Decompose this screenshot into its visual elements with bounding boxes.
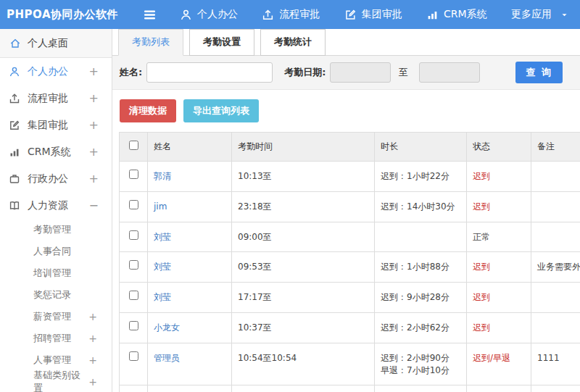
tab-attendance-settings[interactable]: 考勤设置: [189, 29, 254, 56]
nav-personal-office[interactable]: 个人办公: [180, 8, 238, 21]
upload-icon: [262, 9, 274, 21]
attendance-table-wrap: 姓名 考勤时间 时长 状态 备注 郭清 10:13至 迟到：1小时22分 迟到 …: [112, 130, 580, 392]
cell-status: 迟到/早退: [467, 343, 531, 385]
table-row: jim 23:18至 迟到：14小时30分 迟到: [120, 191, 580, 222]
cell-duration: 迟到：9小时28分: [375, 283, 467, 313]
select-all-checkbox[interactable]: [129, 141, 138, 150]
nav-label: 集团审批: [362, 8, 402, 21]
sidebar-subitem-label: 培训管理: [33, 267, 71, 280]
sidebar-item-workflow-approval[interactable]: 流程审批 +: [0, 85, 112, 112]
sidebar-item-label: 流程审批: [28, 92, 68, 105]
home-icon: [9, 38, 21, 49]
sidebar-item-desktop[interactable]: 个人桌面: [0, 29, 112, 58]
cell-duration: 迟到：2小时90分 早退：7小时10分: [375, 343, 467, 385]
employee-name-link[interactable]: 管理员: [154, 353, 180, 363]
book-icon: [9, 200, 20, 212]
sidebar-item-label: 个人桌面: [28, 37, 68, 50]
cell-duration: 迟到：1小时88分: [375, 252, 467, 283]
action-buttons: 清理数据 导出查询列表: [112, 90, 580, 130]
expand-icon[interactable]: +: [89, 146, 103, 158]
caret-down-icon: [560, 11, 568, 19]
employee-name-link[interactable]: 小龙女: [154, 322, 180, 333]
export-list-button[interactable]: 导出查询列表: [183, 99, 259, 122]
edit-icon: [9, 120, 20, 131]
sidebar-subitem-recruitment[interactable]: 招聘管理 +: [0, 328, 112, 349]
expand-icon[interactable]: +: [88, 312, 112, 322]
sidebar-item-personal-office[interactable]: 个人办公 +: [0, 58, 112, 85]
tab-attendance-stats[interactable]: 考勤统计: [260, 29, 326, 56]
nav-more-apps[interactable]: 更多应用: [511, 8, 568, 21]
tab-attendance-list[interactable]: 考勤列表: [118, 29, 183, 56]
nav-workflow-approval[interactable]: 流程审批: [262, 8, 320, 21]
expand-icon[interactable]: +: [89, 93, 103, 104]
sidebar-item-label: 行政办公: [28, 172, 68, 185]
attendance-table: 姓名 考勤时间 时长 状态 备注 郭清 10:13至 迟到：1小时22分 迟到 …: [119, 132, 580, 392]
cell-attendance-time: 09:53至: [232, 252, 375, 283]
name-filter-input[interactable]: [146, 62, 273, 83]
row-checkbox[interactable]: [129, 351, 138, 361]
main-content: 考勤列表 考勤设置 考勤统计 姓名: 考勤日期: 至 查 询 清理数据 导出查询…: [112, 29, 580, 392]
employee-name-link[interactable]: jim: [154, 201, 167, 212]
tab-bar: 考勤列表 考勤设置 考勤统计: [112, 29, 580, 56]
expand-icon[interactable]: +: [89, 173, 103, 185]
sidebar-subitem-rewards[interactable]: 奖惩记录: [0, 284, 112, 306]
sidebar-subitem-salary[interactable]: 薪资管理 +: [0, 306, 112, 328]
app-logo: PHPOA协同办公软件: [0, 8, 142, 22]
date-to-input[interactable]: [419, 62, 480, 83]
collapse-icon[interactable]: −: [89, 200, 103, 212]
sidebar-subitem-label: 招聘管理: [33, 332, 71, 345]
expand-icon[interactable]: +: [88, 355, 112, 365]
date-to-separator: 至: [398, 66, 407, 79]
cell-duration: 迟到：14小时30分: [375, 191, 467, 222]
expand-icon[interactable]: +: [89, 66, 103, 78]
nav-group-approval[interactable]: 集团审批: [344, 8, 402, 21]
sidebar-subitem-base-category[interactable]: 基础类别设置 +: [0, 371, 112, 392]
header-status: 状态: [467, 133, 531, 162]
row-checkbox[interactable]: [129, 170, 138, 179]
row-checkbox[interactable]: [129, 260, 138, 270]
sidebar-item-crm[interactable]: CRM系统 +: [0, 138, 112, 165]
row-checkbox[interactable]: [129, 291, 138, 300]
sidebar-subitem-attendance[interactable]: 考勤管理: [0, 219, 112, 241]
employee-name-link[interactable]: 郭清: [154, 171, 171, 181]
employee-name-link[interactable]: 刘莹: [154, 292, 171, 302]
header-duration: 时长: [375, 133, 467, 162]
sidebar-item-admin-office[interactable]: 行政办公 +: [0, 165, 112, 192]
query-button[interactable]: 查 询: [515, 62, 563, 83]
employee-name-link[interactable]: 刘莹: [154, 232, 171, 242]
sidebar-subitem-hr-contract[interactable]: 人事合同: [0, 241, 112, 262]
cell-status: 迟到: [467, 312, 531, 343]
cell-remark: [531, 222, 580, 252]
cell-attendance-time: 23:18至: [232, 191, 375, 222]
row-checkbox[interactable]: [129, 230, 138, 240]
clear-data-button[interactable]: 清理数据: [120, 99, 176, 122]
chart-icon: [9, 146, 20, 158]
cell-attendance-time: 17:17至: [232, 283, 375, 313]
sidebar-subitem-personnel[interactable]: 人事管理 +: [0, 349, 112, 371]
date-from-input[interactable]: [330, 62, 391, 83]
chart-icon: [426, 9, 439, 21]
row-checkbox[interactable]: [129, 321, 138, 330]
sidebar-subitem-label: 人事合同: [33, 245, 71, 258]
expand-icon[interactable]: +: [88, 333, 112, 343]
nav-label: CRM系统: [444, 8, 487, 21]
hamburger-menu-icon[interactable]: [142, 8, 158, 21]
table-row: 刘莹 17:17至 迟到：9小时28分 迟到: [120, 283, 580, 313]
sidebar-item-group-approval[interactable]: 集团审批 +: [0, 112, 112, 138]
cell-attendance-time: 10:13至: [232, 162, 375, 192]
sidebar-subitem-label: 薪资管理: [33, 310, 71, 323]
name-filter-label: 姓名:: [120, 66, 142, 79]
nav-crm[interactable]: CRM系统: [426, 8, 487, 21]
row-checkbox[interactable]: [129, 200, 138, 209]
expand-icon[interactable]: +: [89, 120, 103, 131]
employee-name-link[interactable]: 刘莹: [154, 262, 171, 272]
cell-status: 迟到: [467, 191, 531, 222]
table-header-row: 姓名 考勤时间 时长 状态 备注: [120, 133, 580, 162]
sidebar-item-hr[interactable]: 人力资源 −: [0, 192, 112, 219]
cell-remark: [531, 191, 580, 222]
user-icon: [180, 9, 192, 21]
header-name: 姓名: [148, 133, 232, 162]
sidebar-subitem-training[interactable]: 培训管理: [0, 262, 112, 284]
expand-icon[interactable]: +: [88, 377, 112, 387]
cell-attendance-time: 10:37至: [232, 312, 375, 343]
